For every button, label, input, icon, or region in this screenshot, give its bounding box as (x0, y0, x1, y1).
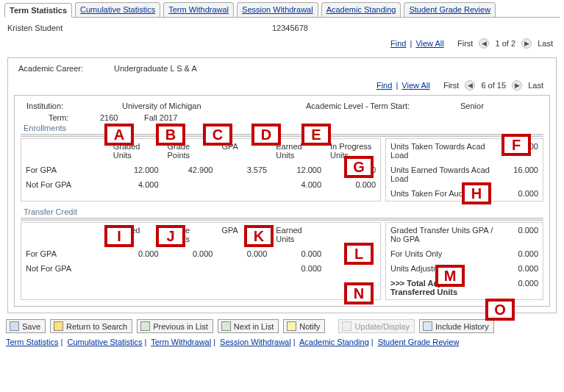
next-arrow-outer[interactable]: ▶ (521, 38, 532, 49)
tab-cumulative-statistics[interactable]: Cumulative Statistics (75, 2, 160, 17)
tab-student-grade-review[interactable]: Student Grade Review (404, 2, 496, 17)
tab-academic-standing[interactable]: Academic Standing (321, 2, 401, 17)
xrow-label-not-for-gpa: Not For GPA (21, 261, 109, 276)
units-earned-load-value: 16.000 (504, 163, 543, 186)
xcol-graded-units: Graded Units (109, 223, 163, 246)
enroll-forgpa-graded: 12.000 (109, 163, 163, 177)
enroll-forgpa-progress: 0.000 (326, 163, 380, 177)
inner-grid-nav: Find | View All First ◀ 6 of 15 ▶ Last (14, 77, 550, 95)
bottom-link-session-withdrawal[interactable]: Session Withdrawal (220, 338, 291, 346)
xfer-total-label: >>> Total Adjusted Transferred Units (386, 276, 504, 299)
xfer-adjust-label: Units Adjustment (386, 261, 504, 276)
enroll-right-table: Units Taken Towards Acad Load 16.000 Uni… (386, 139, 543, 201)
xcol-gpa: GPA (217, 223, 271, 246)
next-in-list-button[interactable]: Next in List (218, 319, 279, 333)
col-graded-units: Graded Units (109, 139, 163, 163)
table-row: For GPA 0.000 0.000 0.000 0.000 (21, 246, 380, 261)
bottom-link-term-withdrawal[interactable]: Term Withdrawal (151, 338, 211, 346)
update-display-button: Update/Display (338, 319, 415, 333)
prev-arrow-outer[interactable]: ◀ (479, 38, 489, 49)
xfer-forgpa-earned: 0.000 (271, 246, 326, 261)
career-label: Academic Career: (18, 64, 114, 73)
position-inner: 6 of 15 (479, 81, 508, 90)
bottom-link-cumulative-statistics[interactable]: Cumulative Statistics (67, 338, 142, 346)
enroll-notgpa-gpa (217, 177, 271, 192)
first-label-outer: First (455, 39, 475, 48)
academic-level-value: Senior (460, 101, 484, 110)
return-icon (54, 321, 63, 331)
save-button[interactable]: Save (6, 319, 46, 333)
xcol-grade-points: Grade Points (163, 223, 218, 246)
bottom-link-term-statistics[interactable]: Term Statistics (6, 338, 59, 346)
previous-in-list-button[interactable]: Previous in List (137, 319, 213, 333)
units-earned-load-label: Units Earned Towards Acad Load (386, 163, 504, 186)
transfer-title: Transfer Credit (21, 206, 543, 218)
enroll-notgpa-graded: 4.000 (109, 177, 163, 192)
outer-grid-nav: Find | View All First ◀ 1 of 2 ▶ Last (4, 35, 560, 57)
xfer-total-value: 0.000 (504, 276, 543, 299)
enroll-forgpa-earned: 12.000 (271, 163, 326, 177)
notify-icon (287, 321, 296, 331)
col-earned-units: Earned Units (271, 139, 326, 163)
units-audit-value: 0.000 (504, 186, 543, 201)
prev-arrow-inner[interactable]: ◀ (465, 80, 475, 90)
xrow-label-for-gpa: For GPA (21, 246, 109, 261)
next-icon (221, 321, 231, 331)
xfer-adjust-value: 0.000 (504, 261, 543, 276)
institution-label: Institution: (26, 101, 122, 110)
xfer-gpa-nogpa-label: Graded Transfer Units GPA / No GPA (386, 223, 504, 246)
next-arrow-inner[interactable]: ▶ (512, 80, 522, 90)
enroll-notgpa-earned: 4.000 (271, 177, 326, 192)
term-label: Term: (26, 113, 100, 122)
xfer-forgpa-graded: 0.000 (109, 246, 163, 261)
term-box: Institution: University of Michigan Acad… (14, 95, 550, 307)
view-all-link-outer[interactable]: View All (415, 39, 443, 48)
row-label-not-for-gpa: Not For GPA (21, 177, 109, 192)
bottom-link-student-grade-review[interactable]: Student Grade Review (378, 338, 460, 346)
tab-session-withdrawal[interactable]: Session Withdrawal (237, 2, 318, 17)
xfer-forgpa-gpa: 0.000 (217, 246, 271, 261)
xfer-right-table: Graded Transfer Units GPA / No GPA 0.000… (386, 223, 543, 299)
bottom-links: Term Statistics| Cumulative Statistics| … (4, 333, 560, 348)
find-link-outer[interactable]: Find (390, 39, 406, 48)
student-id: 12345678 (272, 24, 308, 32)
col-grade-points: Grade Points (163, 139, 218, 163)
enrollments-band (21, 134, 543, 137)
units-taken-load-label: Units Taken Towards Acad Load (386, 139, 504, 163)
tab-term-withdrawal[interactable]: Term Withdrawal (163, 2, 234, 17)
notify-button[interactable]: Notify (283, 319, 325, 333)
xfer-notgpa-graded (109, 261, 163, 276)
xfer-notgpa-earned: 0.000 (271, 261, 326, 276)
position-outer: 1 of 2 (493, 39, 518, 48)
enrollments-table: Graded Units Grade Points GPA Earned Uni… (21, 139, 380, 192)
xfer-notgpa-points (163, 261, 218, 276)
tab-term-statistics[interactable]: Term Statistics (4, 3, 72, 18)
include-history-button[interactable]: Include History (419, 319, 494, 333)
student-name: Kristen Student (7, 24, 272, 32)
last-label-inner: Last (526, 81, 546, 90)
return-to-search-button[interactable]: Return to Search (50, 319, 132, 333)
transfer-band (21, 218, 543, 221)
xfer-gpa-nogpa-value: 0.000 (504, 223, 543, 246)
xfer-units-only-value: 0.000 (504, 246, 543, 261)
find-link-inner[interactable]: Find (376, 81, 392, 90)
enroll-forgpa-gpa: 3.575 (217, 163, 271, 177)
institution-value: University of Michigan (122, 101, 306, 110)
col-in-progress: In Progress Units (326, 139, 380, 163)
update-icon (342, 321, 351, 331)
last-label-outer: Last (535, 39, 555, 48)
tab-bar: Term Statistics Cumulative Statistics Te… (4, 2, 560, 18)
term-code: 2160 (100, 113, 144, 122)
bottom-link-academic-standing[interactable]: Academic Standing (299, 338, 369, 346)
history-icon (423, 321, 432, 331)
xfer-notgpa-gpa (217, 261, 271, 276)
view-all-link-inner[interactable]: View All (401, 81, 429, 90)
career-box: Academic Career: Undergraduate L S & A F… (7, 57, 557, 313)
previous-icon (140, 321, 150, 331)
table-row: For GPA 12.000 42.900 3.575 12.000 0.000 (21, 163, 380, 177)
col-gpa: GPA (217, 139, 271, 163)
table-row: Not For GPA 4.000 4.000 0.000 (21, 177, 380, 192)
units-audit-label: Units Taken For Audit (386, 186, 504, 201)
transfer-table: Graded Units Grade Points GPA Earned Uni… (21, 223, 380, 276)
xcol-earned-units: Earned Units (271, 223, 326, 246)
